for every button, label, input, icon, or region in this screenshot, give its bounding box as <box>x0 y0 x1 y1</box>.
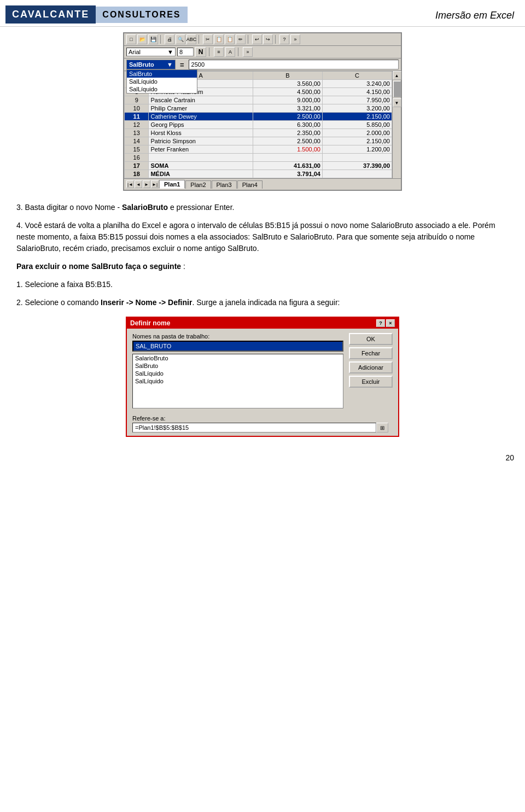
font-combo[interactable]: Arial ▼ <box>126 48 176 56</box>
vertical-scrollbar[interactable]: ▲ ▼ <box>392 71 401 178</box>
cell-9c[interactable]: 7.950,00 <box>322 96 392 104</box>
cell-17a[interactable]: SOMA <box>149 162 253 170</box>
dropdown-item-1[interactable]: SalLíquido <box>127 78 197 85</box>
cell-15b[interactable]: 1.500,00 <box>253 145 322 154</box>
new-btn[interactable]: □ <box>126 34 136 44</box>
row-num-13: 13 <box>125 129 149 137</box>
cell-13b[interactable]: 2.350,00 <box>253 129 322 137</box>
scroll-up-btn[interactable]: ▲ <box>393 71 401 80</box>
scroll-down-btn[interactable]: ▼ <box>393 98 401 107</box>
cell-10c[interactable]: 3.200,00 <box>322 104 392 113</box>
tab-nav-first[interactable]: |◄ <box>126 180 134 188</box>
spell-btn[interactable]: ABC <box>186 34 196 44</box>
cell-14c[interactable]: 2.150,00 <box>322 137 392 145</box>
save-btn[interactable]: 💾 <box>148 34 158 44</box>
cell-16a[interactable] <box>149 154 253 162</box>
more2-btn[interactable]: » <box>243 47 253 57</box>
redo-btn[interactable]: ↪ <box>263 34 273 44</box>
scroll-thumb[interactable] <box>393 81 401 97</box>
copy-btn[interactable]: 📋 <box>214 34 224 44</box>
dialog-refere-input[interactable]: =Plan1!$B$5:$B$15 <box>132 423 376 433</box>
step-2: 2. Selecione o comando Inserir -> Nome -… <box>16 297 509 308</box>
preview-btn[interactable]: 🔍 <box>176 34 185 44</box>
cell-16b[interactable] <box>253 154 322 162</box>
dropdown-item-0[interactable]: SalBruto <box>127 70 197 78</box>
cell-12c[interactable]: 5.850,00 <box>322 121 392 129</box>
dialog-adicionar-btn[interactable]: Adicionar <box>349 361 393 373</box>
dialog-input[interactable]: SAL_BRUTO <box>132 341 343 352</box>
help-btn[interactable]: ? <box>279 34 289 44</box>
dialog-body: Nomes na pasta de trabalho: SAL_BRUTO Sa… <box>127 329 398 413</box>
cell-8b[interactable]: 4.500,00 <box>253 88 322 96</box>
cell-15c[interactable]: 1.200,00 <box>322 145 392 154</box>
format-painter-btn[interactable]: ✏ <box>236 34 246 44</box>
color-btn[interactable]: A <box>225 47 235 57</box>
cell-17c[interactable]: 37.390,00 <box>322 162 392 170</box>
dialog-refere-btn[interactable]: ⊞ <box>376 423 388 433</box>
dialog-refere-row: Refere-se a: =Plan1!$B$5:$B$15 ⊞ <box>127 413 398 436</box>
cell-10a[interactable]: Philip Cramer <box>149 104 253 113</box>
dialog-ok-btn[interactable]: OK <box>349 333 393 345</box>
tab-nav-prev[interactable]: ◄ <box>135 180 142 188</box>
cell-13a[interactable]: Horst Kloss <box>149 129 253 137</box>
cell-11c[interactable]: 2.150,00 <box>322 113 392 121</box>
tab-plan3[interactable]: Plan3 <box>212 180 237 189</box>
tab-plan2[interactable]: Plan2 <box>185 180 211 189</box>
para5-colon: : <box>181 262 185 271</box>
cell-14a[interactable]: Patricio Simpson <box>149 137 253 145</box>
cell-8c[interactable]: 4.150,00 <box>322 88 392 96</box>
cell-18b[interactable]: 3.791,04 <box>253 170 322 178</box>
dialog-list-item-2[interactable]: SalLíquido <box>133 370 343 377</box>
dialog-close-btn[interactable]: × <box>386 319 395 327</box>
dialog-title: Definir nome <box>130 319 170 327</box>
table-row: 14 Patricio Simpson 2.500,00 2.150,00 <box>125 137 392 145</box>
header-title: Imersão em Excel <box>435 10 514 24</box>
cell-7c[interactable]: 3.240,00 <box>322 80 392 88</box>
print-btn[interactable]: 🖨 <box>165 34 174 44</box>
cut-btn[interactable]: ✂ <box>203 34 213 44</box>
dialog-excluir-btn[interactable]: Excluir <box>349 376 393 388</box>
bold-btn[interactable]: N <box>195 47 206 57</box>
dialog-list-item-3[interactable]: SalLíquido <box>133 377 343 385</box>
paste-btn[interactable]: 📋 <box>225 34 235 44</box>
size-combo[interactable]: 8 <box>177 48 194 56</box>
font-name: Arial <box>129 49 141 55</box>
cell-16c[interactable] <box>322 154 392 162</box>
open-btn[interactable]: 📂 <box>137 34 147 44</box>
undo-btn[interactable]: ↩ <box>252 34 262 44</box>
tab-plan4[interactable]: Plan4 <box>237 180 262 189</box>
cell-18c[interactable] <box>322 170 392 178</box>
cell-9b[interactable]: 9.000,00 <box>253 96 322 104</box>
dialog-help-btn[interactable]: ? <box>376 319 385 327</box>
table-row-soma: 17 SOMA 41.631,00 37.390,00 <box>125 162 392 170</box>
sep4 <box>275 35 277 44</box>
cell-14b[interactable]: 2.500,00 <box>253 137 322 145</box>
dropdown-item-2[interactable]: SalLíquido <box>127 85 197 93</box>
cell-12a[interactable]: Georg Pipps <box>149 121 253 129</box>
cell-12b[interactable]: 6.300,00 <box>253 121 322 129</box>
row-num-15: 15 <box>125 145 149 154</box>
cell-7b[interactable]: 3.560,00 <box>253 80 322 88</box>
name-box-header[interactable]: SalBruto ▼ <box>126 60 176 69</box>
name-dropdown[interactable]: SalBruto ▼ SalBruto SalLíquido SalLíquid… <box>126 60 176 69</box>
dialog-title-btns: ? × <box>376 319 395 327</box>
cell-9a[interactable]: Pascale Cartrain <box>149 96 253 104</box>
cell-11b[interactable]: 2.500,00 <box>253 113 322 121</box>
cell-15a[interactable]: Peter Franken <box>149 145 253 154</box>
dialog-listbox[interactable]: SalarioBruto SalBruto SalLíquido SalLíqu… <box>132 354 343 408</box>
cell-10b[interactable]: 3.321,00 <box>253 104 322 113</box>
tab-plan1[interactable]: Plan1 <box>159 180 185 189</box>
cell-17b[interactable]: 41.631,00 <box>253 162 322 170</box>
more-btn[interactable]: » <box>290 34 300 44</box>
dialog-list-item-1[interactable]: SalBruto <box>133 362 343 370</box>
tab-nav-last[interactable]: ►| <box>151 180 159 188</box>
cell-13c[interactable]: 2.000,00 <box>322 129 392 137</box>
cell-18a[interactable]: MÉDIA <box>149 170 253 178</box>
align-left-btn[interactable]: ≡ <box>214 47 224 57</box>
dialog-fechar-btn[interactable]: Fechar <box>349 347 393 359</box>
tab-nav-next[interactable]: ► <box>143 180 150 188</box>
dialog-list-item-0[interactable]: SalarioBruto <box>133 354 343 362</box>
formula-row: SalBruto ▼ SalBruto SalLíquido SalLíquid… <box>124 59 401 71</box>
cell-11a[interactable]: Catherine Dewey <box>149 113 253 121</box>
table-row: 12 Georg Pipps 6.300,00 5.850,00 <box>125 121 392 129</box>
